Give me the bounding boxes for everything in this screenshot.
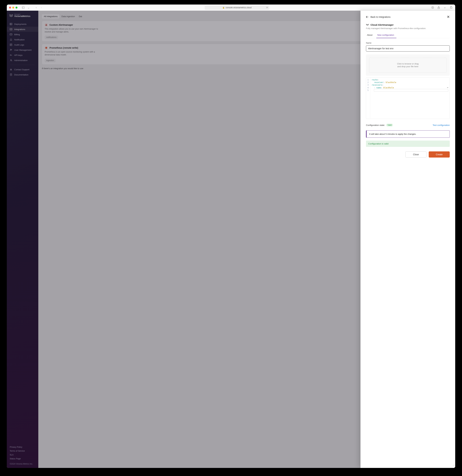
close-window-icon[interactable] [9, 7, 11, 8]
zoom-window-icon[interactable] [16, 7, 17, 8]
nav-back-icon[interactable]: ‹ [34, 6, 38, 9]
browser-titlebar: ⌄ ‹ › 🔒 console.victoriametrics.cloud ⟳ … [7, 5, 175, 11]
traffic-lights [9, 7, 17, 8]
minimize-window-icon[interactable] [12, 7, 14, 8]
app-chrome: Managed VictoriaMetrics Deployments Inte… [7, 11, 175, 181]
nav-forward-icon[interactable]: › [39, 6, 43, 9]
browser-window: ⌄ ‹ › 🔒 console.victoriametrics.cloud ⟳ … [7, 5, 175, 181]
modal-scrim[interactable] [7, 11, 175, 181]
chevron-down-icon[interactable]: ⌄ [26, 6, 30, 9]
sidebar-toggle-icon[interactable] [21, 6, 25, 9]
svg-rect-0 [22, 7, 25, 8]
